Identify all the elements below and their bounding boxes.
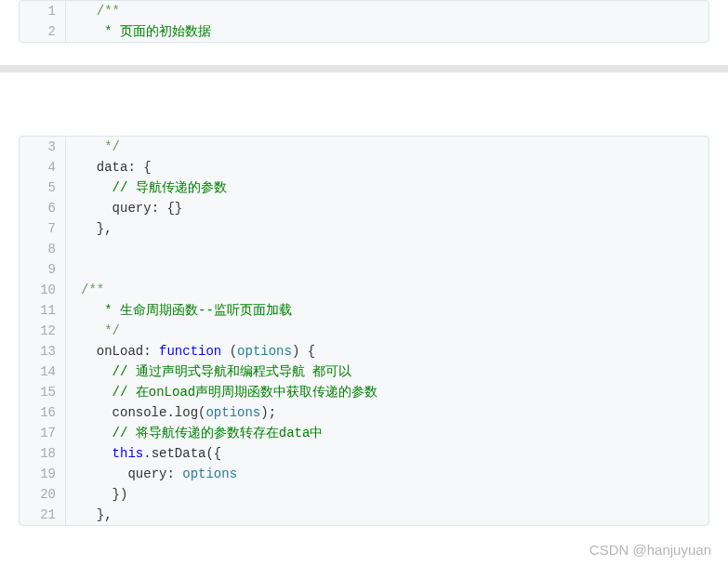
code-token: [81, 446, 113, 461]
line-number: 20: [20, 484, 66, 505]
code-content: console.log(options);: [66, 402, 276, 423]
code-content: * 生命周期函数--监听页面加载: [66, 300, 292, 321]
line-number: 2: [20, 21, 66, 42]
code-token: [81, 24, 104, 39]
line-number: 10: [20, 280, 66, 300]
code-content: query: options: [66, 464, 237, 484]
line-number: 6: [20, 198, 66, 218]
code-token: [81, 139, 104, 154]
line-number: 9: [20, 259, 66, 280]
code-token: // 导航传递的参数: [113, 180, 227, 195]
code-token: setData: [152, 446, 206, 461]
code-content: }): [66, 484, 127, 505]
line-number: 7: [20, 218, 66, 239]
code-line: 3 */: [20, 137, 708, 157]
code-token: options: [182, 466, 237, 481]
code-token: data: [97, 160, 128, 175]
code-line: 7 },: [20, 218, 708, 239]
code-line: 18 this.setData({: [20, 443, 708, 464]
code-token: ) {: [292, 344, 315, 359]
code-content: query: {}: [66, 198, 182, 218]
code-token: * 生命周期函数--监听页面加载: [104, 303, 292, 318]
code-token: [81, 364, 113, 379]
code-token: : {}: [152, 201, 183, 216]
code-token: );: [260, 405, 276, 420]
line-number: 19: [20, 464, 66, 484]
code-line: 19 query: options: [20, 464, 708, 484]
code-token: .: [166, 405, 174, 420]
line-number: 14: [20, 361, 66, 382]
line-number: 18: [20, 443, 66, 464]
code-line: 10/**: [20, 280, 708, 300]
code-token: [81, 201, 113, 216]
code-line: 6 query: {}: [20, 198, 708, 218]
code-content: // 在onLoad声明周期函数中获取传递的参数: [66, 382, 377, 402]
code-token: :: [143, 344, 159, 359]
code-content: // 通过声明式导航和编程式导航 都可以: [66, 361, 351, 382]
code-content: * 页面的初始数据: [66, 21, 211, 42]
code-content: // 导航传递的参数: [66, 177, 227, 198]
code-line: 13 onLoad: function (options) {: [20, 341, 708, 361]
code-token: query: [113, 201, 152, 216]
code-token: [81, 466, 127, 481]
block-gap: [0, 43, 728, 136]
code-content: // 将导航传递的参数转存在data中: [66, 423, 323, 443]
code-token: query: [127, 466, 166, 481]
code-content: [66, 259, 81, 280]
code-line: 21 },: [20, 505, 708, 525]
line-number: 16: [20, 402, 66, 423]
code-token: onLoad: [97, 344, 143, 359]
code-line: 5 // 导航传递的参数: [20, 177, 708, 198]
line-number: 13: [20, 341, 66, 361]
code-content: /**: [66, 1, 120, 21]
code-token: options: [237, 344, 292, 359]
line-number: 4: [20, 157, 66, 177]
line-number: 8: [20, 239, 66, 259]
code-token: // 在onLoad声明周期函数中获取传递的参数: [113, 385, 378, 400]
code-line: 8: [20, 239, 708, 259]
code-line: 16 console.log(options);: [20, 402, 708, 423]
code-content: },: [66, 505, 113, 525]
code-line: 9: [20, 259, 708, 280]
code-token: [81, 487, 113, 502]
code-content: */: [66, 321, 120, 341]
line-number: 1: [20, 1, 66, 21]
code-token: : {: [127, 160, 151, 175]
code-line: 17 // 将导航传递的参数转存在data中: [20, 423, 708, 443]
code-token: [81, 405, 113, 420]
code-token: */: [104, 323, 120, 338]
code-token: },: [97, 221, 113, 236]
code-token: [81, 160, 97, 175]
code-token: .: [143, 446, 151, 461]
code-token: [81, 426, 113, 440]
code-line: 15 // 在onLoad声明周期函数中获取传递的参数: [20, 382, 708, 402]
line-number: 21: [20, 505, 66, 525]
code-block-2: 3 */4 data: {5 // 导航传递的参数6 query: {}7 },…: [19, 136, 709, 526]
code-line: 11 * 生命周期函数--监听页面加载: [20, 300, 708, 321]
code-token: * 页面的初始数据: [104, 24, 211, 39]
code-token: options: [205, 405, 260, 420]
code-content: data: {: [66, 157, 152, 177]
code-token: [81, 180, 113, 195]
code-token: // 将导航传递的参数转存在data中: [113, 426, 324, 440]
code-token: [81, 385, 113, 400]
code-token: (: [221, 344, 237, 359]
line-number: 11: [20, 300, 66, 321]
code-token: ({: [205, 446, 221, 461]
code-token: :: [166, 466, 182, 481]
code-line: 4 data: {: [20, 157, 708, 177]
code-line: 1 /**: [20, 1, 708, 21]
code-token: },: [97, 507, 113, 522]
line-number: 17: [20, 423, 66, 443]
code-line: 14 // 通过声明式导航和编程式导航 都可以: [20, 361, 708, 382]
code-line: 2 * 页面的初始数据: [20, 21, 708, 42]
line-number: 15: [20, 382, 66, 402]
code-token: /**: [81, 282, 104, 297]
code-token: [81, 344, 97, 359]
code-token: this: [113, 446, 144, 461]
code-token: [81, 507, 97, 522]
code-content: /**: [66, 280, 104, 300]
code-line: 12 */: [20, 321, 708, 341]
code-token: [81, 303, 104, 318]
code-content: */: [66, 137, 120, 157]
